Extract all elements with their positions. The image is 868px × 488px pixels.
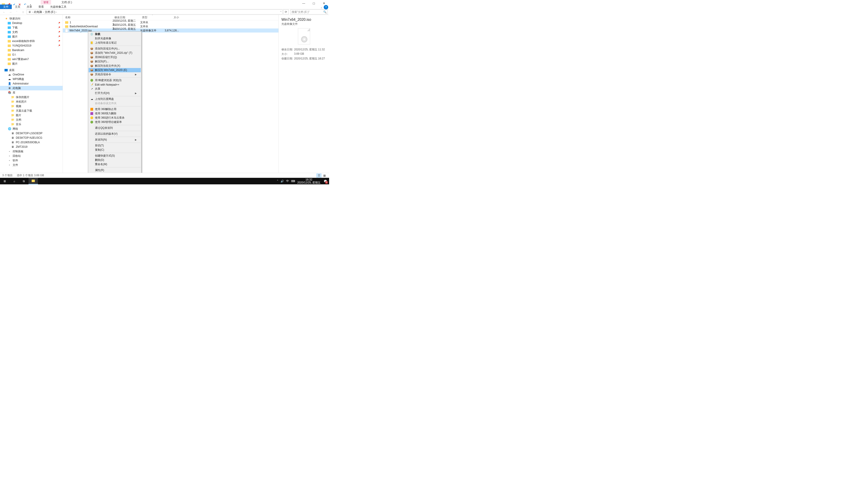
ribbon-expand-icon[interactable]: ⌄ bbox=[320, 6, 322, 8]
sidebar-item[interactable]: ▫文件 bbox=[0, 163, 63, 167]
search-input[interactable]: 搜索"文档 (E:)" 🔍 bbox=[290, 9, 328, 14]
sidebar-item[interactable]: 📁天翼云盘下载 bbox=[0, 108, 63, 113]
breadcrumb-dropdown-icon[interactable]: ˅ bbox=[280, 11, 281, 13]
menu-item[interactable]: ↗共享 bbox=[89, 87, 141, 91]
menu-item[interactable]: 🟢使用 360管理右键菜单 bbox=[89, 120, 141, 124]
start-button[interactable]: ⊞ bbox=[0, 178, 9, 184]
sidebar-item[interactable]: 🖥DESKTOP-NJEU3CG bbox=[0, 135, 63, 140]
sidebar-item[interactable]: 🖥ZMT2019 bbox=[0, 144, 63, 149]
ribbon-tab-share[interactable]: 共享 bbox=[24, 4, 35, 9]
menu-item[interactable]: 📦用360压缩打开(Q) bbox=[89, 55, 141, 59]
sidebar-item[interactable]: 📁保存的图片 bbox=[0, 95, 63, 99]
sidebar-item[interactable]: excel表格制作求和📍 bbox=[0, 39, 63, 43]
menu-item[interactable]: 刻录光盘映像 bbox=[89, 36, 141, 41]
back-button[interactable]: ← bbox=[1, 10, 7, 14]
sidebar-item[interactable]: ▫软件 bbox=[0, 158, 63, 163]
sidebar-item[interactable]: win7重装win7 bbox=[0, 57, 63, 61]
sidebar-item[interactable]: 图片📍 bbox=[0, 34, 63, 39]
volume-icon[interactable]: 🔊 bbox=[281, 180, 284, 183]
menu-item[interactable]: 删除(D) bbox=[89, 158, 141, 162]
sidebar-item[interactable]: 📁视频 bbox=[0, 104, 63, 108]
ribbon-tab-file[interactable]: 文件 bbox=[0, 4, 12, 9]
ribbon-tab-home[interactable]: 主页 bbox=[12, 4, 24, 9]
menu-item[interactable]: 打开方式(H)▶ bbox=[89, 91, 141, 95]
minimize-button[interactable]: — bbox=[299, 0, 309, 6]
sidebar-item[interactable]: 图片 bbox=[0, 61, 63, 66]
file-row[interactable]: 12020/12/15, 星期二 1...文件夹 bbox=[63, 20, 278, 24]
menu-item[interactable]: 🟢用 蜂蜜浏览器 浏览(3) bbox=[89, 78, 141, 83]
menu-item[interactable]: 📦其他压缩命令▶ bbox=[89, 72, 141, 76]
view-details-button[interactable]: ☰ bbox=[316, 173, 321, 177]
sidebar-item[interactable]: 📁图片 bbox=[0, 113, 63, 118]
menu-item[interactable]: 创建快捷方式(S) bbox=[89, 154, 141, 158]
sidebar-item[interactable]: 📁文档 bbox=[0, 118, 63, 122]
menu-item[interactable]: 📦解压到 Win7x64_2020\ (E) bbox=[89, 68, 141, 72]
tree-desktop[interactable]: 桌面 bbox=[0, 68, 63, 72]
sidebar-item[interactable]: ▫控制面板 bbox=[0, 149, 63, 154]
taskbar-explorer[interactable] bbox=[29, 178, 38, 184]
breadcrumb[interactable]: 🖥 › 此电脑 › 文档 (E:) › ˅ bbox=[27, 9, 283, 14]
sidebar-item[interactable]: 🖥DESKTOP-LSSOEDP bbox=[0, 131, 63, 135]
taskbar-search-button[interactable]: ⌕ bbox=[9, 178, 19, 184]
column-header-size[interactable]: 大小 bbox=[163, 15, 181, 20]
search-icon[interactable]: 🔍 bbox=[323, 10, 327, 13]
forward-button[interactable]: → bbox=[8, 10, 13, 14]
sidebar-item[interactable]: ☁OneDrive bbox=[0, 72, 63, 77]
notification-center[interactable]: 💬 3 bbox=[323, 179, 328, 184]
sidebar-item[interactable]: 🖥PC-20190530OBLA bbox=[0, 140, 63, 144]
breadcrumb-current[interactable]: 文档 (E:) bbox=[45, 10, 55, 14]
sidebar-item[interactable]: YUNQISHI2019📍 bbox=[0, 43, 63, 48]
recent-dropdown[interactable]: ˅ bbox=[14, 11, 20, 13]
maximize-button[interactable]: ◻ bbox=[309, 0, 319, 6]
refresh-button[interactable]: ⟳ bbox=[283, 9, 289, 14]
column-header-type[interactable]: 类型 bbox=[140, 15, 163, 20]
menu-item[interactable]: 🟪使用 360强力删除 bbox=[89, 111, 141, 116]
menu-item[interactable]: 📦解压到(F)... bbox=[89, 59, 141, 64]
menu-item[interactable]: 属性(R) bbox=[89, 168, 141, 172]
taskbar-clock[interactable]: 16:32 2020/12/25, 星期五 bbox=[297, 178, 320, 184]
menu-item[interactable]: 还原以前的版本(V) bbox=[89, 132, 141, 136]
menu-item[interactable]: 重命名(M) bbox=[89, 162, 141, 166]
menu-item[interactable]: 🟧使用 360解除占用 bbox=[89, 107, 141, 111]
sidebar-item[interactable]: 🖥此电脑 bbox=[0, 86, 63, 90]
sidebar-item[interactable]: 👤Administrator bbox=[0, 81, 63, 86]
menu-item[interactable]: 📦添加到 "Win7x64_2020.zip" (T) bbox=[89, 51, 141, 55]
menu-item[interactable]: 📒上传到有道云笔记 bbox=[89, 41, 141, 45]
menu-item[interactable]: 复制(C) bbox=[89, 148, 141, 152]
chevron-right-icon[interactable]: › bbox=[32, 11, 33, 13]
sidebar-item[interactable]: ▫回收站 bbox=[0, 154, 63, 158]
task-view-button[interactable]: ⧉ bbox=[19, 178, 29, 184]
menu-item[interactable]: 📦解压到当前文件夹(X) bbox=[89, 64, 141, 68]
sidebar-item[interactable]: Desktop📍 bbox=[0, 21, 63, 25]
file-row[interactable]: BaiduNetdiskDownload2020/12/25, 星期五 1...… bbox=[63, 24, 278, 29]
sidebar-item[interactable]: Bandicam bbox=[0, 48, 63, 53]
menu-item[interactable]: 📦添加到压缩文件(A)... bbox=[89, 46, 141, 51]
sidebar-item[interactable]: ☁WPS网盘 bbox=[0, 77, 63, 81]
sidebar-item[interactable]: 文档📍 bbox=[0, 30, 63, 34]
sidebar-item[interactable]: G:\ bbox=[0, 53, 63, 57]
menu-item[interactable]: ☁上传到百度网盘 bbox=[89, 97, 141, 101]
ribbon-tab-view[interactable]: 查看 bbox=[35, 4, 47, 9]
column-header-name[interactable]: 名称 bbox=[63, 15, 113, 20]
help-icon[interactable]: ? bbox=[324, 5, 328, 9]
view-icons-button[interactable]: ▦ bbox=[322, 173, 327, 177]
sidebar-item[interactable]: 📁本机照片 bbox=[0, 99, 63, 104]
tray-chevron-icon[interactable]: ˄ bbox=[277, 180, 278, 183]
menu-item[interactable]: 发送到(N)▶ bbox=[89, 138, 141, 142]
chevron-right-icon[interactable]: › bbox=[56, 11, 57, 13]
keyboard-icon[interactable]: ⌨ bbox=[291, 180, 295, 183]
menu-item[interactable]: 💿装载 bbox=[89, 32, 141, 36]
menu-item[interactable]: 📝Edit with Notepad++ bbox=[89, 83, 141, 87]
ime-indicator[interactable]: 中 bbox=[286, 179, 289, 183]
up-button[interactable]: ↑ bbox=[20, 10, 26, 14]
menu-item[interactable]: 剪切(T) bbox=[89, 143, 141, 148]
menu-item[interactable]: 🟡使用 360进行木马云查杀 bbox=[89, 116, 141, 120]
tree-network[interactable]: 🌐网络 bbox=[0, 127, 63, 131]
sidebar-item[interactable]: 📚库 bbox=[0, 90, 63, 95]
menu-item[interactable]: 通过QQ发送到 bbox=[89, 126, 141, 130]
chevron-right-icon[interactable]: › bbox=[42, 11, 44, 13]
sidebar-item[interactable]: 下载📍 bbox=[0, 25, 63, 30]
tree-quick-access[interactable]: ★快速访问 bbox=[0, 16, 63, 21]
sidebar-item[interactable]: 📁音乐 bbox=[0, 122, 63, 127]
breadcrumb-root[interactable]: 此电脑 bbox=[34, 10, 42, 14]
